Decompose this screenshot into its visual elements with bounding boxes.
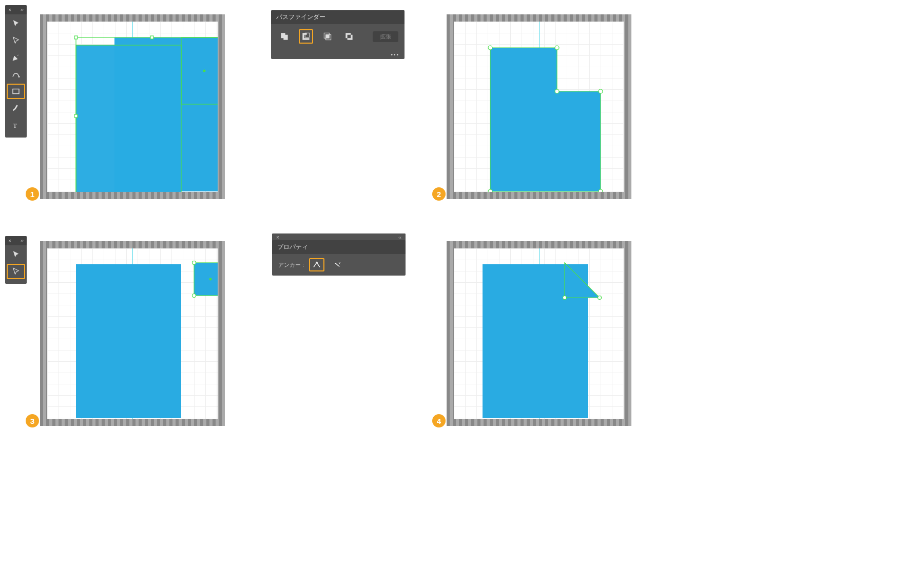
collapse-icon[interactable]: ››: [21, 238, 24, 243]
svg-rect-27: [76, 264, 181, 418]
artwork-step-1: [40, 14, 225, 199]
svg-point-38: [563, 296, 567, 300]
pathfinder-exclude[interactable]: [342, 29, 356, 44]
svg-point-24: [599, 89, 603, 93]
selection-tool[interactable]: [7, 16, 25, 31]
svg-rect-20: [326, 35, 330, 38]
anchor-row: アンカー :: [272, 254, 406, 276]
properties-title: プロパティ: [277, 243, 400, 251]
pathfinder-panel: パスファインダー 拡張 •••: [271, 10, 405, 59]
pathfinder-intersect[interactable]: [320, 29, 335, 44]
toolbar-panel-2: × ››: [5, 236, 27, 284]
pathfinder-title: パスファインダー: [276, 13, 399, 22]
pathfinder-footer: •••: [271, 52, 405, 59]
selection-tool[interactable]: [7, 247, 25, 262]
svg-rect-11: [74, 114, 78, 118]
svg-point-39: [598, 296, 602, 300]
step-badge-3: 3: [26, 414, 39, 427]
paintbrush-tool[interactable]: [7, 101, 25, 116]
svg-point-26: [488, 189, 492, 193]
collapse-icon[interactable]: ‹‹: [398, 235, 401, 240]
toolbar-header: × ››: [5, 5, 27, 14]
svg-rect-9: [150, 36, 153, 39]
svg-point-16: [203, 70, 206, 72]
direct-selection-tool[interactable]: [7, 264, 25, 279]
canvas-step-4[interactable]: [447, 241, 631, 426]
canvas-step-2[interactable]: [447, 14, 631, 199]
collapse-icon[interactable]: ››: [21, 7, 24, 12]
convert-to-corner[interactable]: [309, 258, 324, 271]
svg-rect-14: [150, 192, 153, 196]
artwork-step-2: [447, 14, 631, 199]
svg-point-22: [555, 46, 559, 50]
step-badge-2: 2: [432, 187, 446, 201]
canvas-step-3[interactable]: [40, 241, 225, 426]
svg-point-34: [209, 278, 212, 281]
panel-menu-icon[interactable]: •••: [391, 52, 399, 57]
svg-point-23: [555, 89, 559, 93]
step-badge-4: 4: [432, 414, 446, 427]
svg-point-36: [316, 262, 318, 264]
properties-close-row: × ‹‹: [272, 233, 406, 240]
properties-header: プロパティ: [272, 240, 406, 254]
pathfinder-body: 拡張: [271, 24, 405, 52]
artwork-step-4: [447, 241, 631, 426]
svg-point-32: [192, 294, 196, 298]
remove-anchor[interactable]: [330, 258, 345, 271]
svg-rect-1: [13, 89, 19, 94]
curvature-tool[interactable]: [7, 67, 25, 82]
close-icon[interactable]: ×: [8, 238, 11, 244]
anchor-label: アンカー :: [278, 261, 304, 269]
rectangle-tool[interactable]: [7, 84, 25, 99]
toolbar-panel: × ›› T: [5, 5, 27, 138]
svg-rect-13: [74, 192, 78, 196]
canvas-step-1[interactable]: [40, 14, 225, 199]
svg-text:T: T: [13, 122, 17, 129]
pathfinder-expand-button[interactable]: 拡張: [373, 31, 398, 42]
toolbar-header: × ››: [5, 236, 27, 245]
step-badge-1: 1: [26, 187, 39, 201]
svg-point-0: [18, 76, 20, 77]
svg-point-25: [599, 189, 603, 193]
pathfinder-minus-front[interactable]: [299, 29, 313, 44]
pen-tool[interactable]: [7, 50, 25, 65]
type-tool[interactable]: T: [7, 118, 25, 133]
pathfinder-header: パスファインダー: [271, 10, 405, 24]
direct-selection-tool[interactable]: [7, 33, 25, 48]
close-icon[interactable]: ×: [276, 235, 279, 240]
svg-point-21: [488, 46, 492, 50]
close-icon[interactable]: ×: [8, 7, 11, 13]
properties-panel: × ‹‹ プロパティ アンカー :: [272, 233, 406, 276]
svg-rect-4: [76, 45, 181, 194]
pathfinder-unite[interactable]: [277, 29, 292, 44]
svg-rect-8: [74, 36, 78, 39]
svg-point-30: [192, 261, 196, 265]
artwork-step-3: [40, 241, 225, 426]
